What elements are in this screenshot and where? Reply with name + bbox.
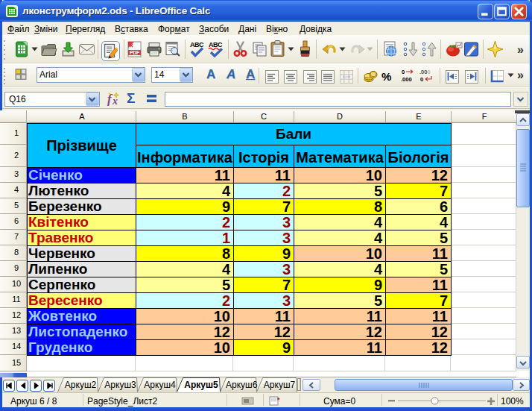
svg-text:.000: .000	[419, 69, 431, 75]
svg-text:x: x	[112, 95, 118, 107]
svg-text:ABC: ABC	[190, 41, 204, 48]
svg-text:*: *	[277, 396, 280, 404]
svg-text:0: 0	[420, 76, 423, 83]
svg-text:.000: .000	[401, 76, 412, 83]
svg-text:0: 0	[402, 69, 405, 75]
svg-text:ABC: ABC	[209, 41, 223, 48]
svg-text:PDF: PDF	[130, 50, 139, 55]
